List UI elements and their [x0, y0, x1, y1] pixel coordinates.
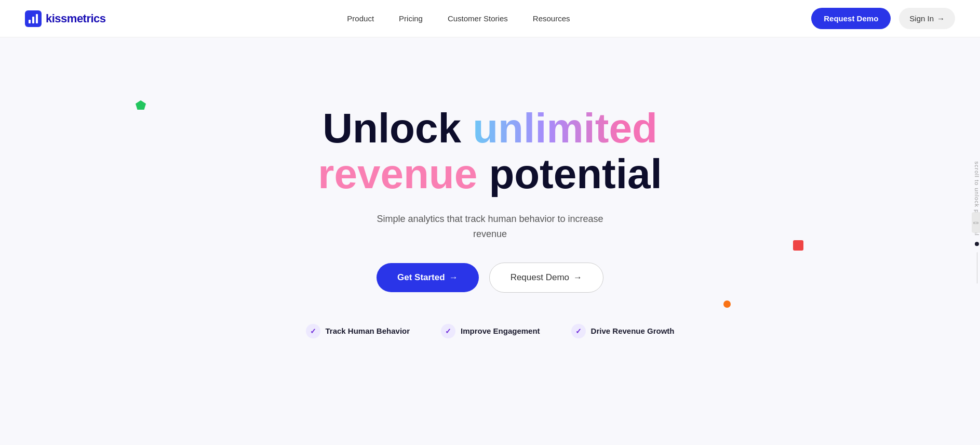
- sign-in-icon: →: [937, 14, 945, 23]
- sign-in-label: Sign In: [909, 14, 934, 23]
- scroll-line-icon: [977, 253, 977, 284]
- feature-badge-track: ✓ Track Human Behavior: [306, 324, 410, 338]
- kissmetrics-logo-icon: [25, 10, 42, 27]
- feature-track-label: Track Human Behavior: [326, 326, 410, 335]
- hero-buttons: Get Started → Request Demo →: [377, 263, 603, 293]
- nav-product[interactable]: Product: [347, 14, 374, 23]
- hero-title: Unlock unlimited revenue potential: [318, 106, 662, 197]
- get-started-label: Get Started: [397, 272, 445, 283]
- svg-rect-2: [32, 17, 34, 23]
- nav-request-demo-button[interactable]: Request Demo: [811, 8, 891, 29]
- hero-title-unlimited: unlimited: [473, 105, 657, 151]
- nav-customer-stories[interactable]: Customer Stories: [448, 14, 508, 23]
- hero-request-demo-button[interactable]: Request Demo →: [489, 263, 603, 293]
- nav-resources[interactable]: Resources: [533, 14, 570, 23]
- scroll-dot-icon: [975, 242, 979, 246]
- logo-link[interactable]: kissmetrics: [25, 10, 106, 27]
- deco-red-square-icon: [793, 240, 803, 251]
- hero-title-potential: potential: [489, 151, 662, 197]
- nav-pricing[interactable]: Pricing: [399, 14, 423, 23]
- get-started-arrow-icon: →: [449, 272, 458, 283]
- feature-badge-revenue: ✓ Drive Revenue Growth: [571, 324, 675, 338]
- navbar: kissmetrics Product Pricing Customer Sto…: [0, 0, 980, 37]
- hero-subtitle: Simple analytics that track human behavi…: [371, 212, 610, 242]
- svg-rect-1: [29, 20, 31, 23]
- feature-badges: ✓ Track Human Behavior ✓ Improve Engagem…: [306, 324, 675, 338]
- hero-title-revenue: revenue: [318, 151, 477, 197]
- nav-sign-in-button[interactable]: Sign In →: [899, 8, 955, 29]
- check-icon-revenue: ✓: [571, 324, 586, 338]
- feature-revenue-label: Drive Revenue Growth: [591, 326, 675, 335]
- feature-engage-label: Improve Engagement: [461, 326, 540, 335]
- edge-collapse-handle[interactable]: «»: [972, 212, 980, 233]
- logo-text: kissmetrics: [46, 12, 106, 25]
- hero-request-demo-label: Request Demo: [511, 272, 569, 283]
- nav-actions: Request Demo Sign In →: [811, 8, 955, 29]
- hero-section: Unlock unlimited revenue potential Simpl…: [0, 37, 980, 396]
- hero-request-demo-arrow-icon: →: [573, 272, 582, 283]
- check-icon-engage: ✓: [441, 324, 455, 338]
- nav-links: Product Pricing Customer Stories Resourc…: [347, 14, 570, 23]
- svg-rect-3: [36, 14, 38, 23]
- deco-green-pentagon-icon: [135, 100, 146, 111]
- deco-orange-circle-icon: [723, 300, 731, 308]
- check-icon-track: ✓: [306, 324, 320, 338]
- feature-badge-engage: ✓ Improve Engagement: [441, 324, 540, 338]
- get-started-button[interactable]: Get Started →: [377, 263, 479, 292]
- hero-title-unlock: Unlock: [323, 105, 461, 151]
- svg-marker-4: [136, 100, 146, 110]
